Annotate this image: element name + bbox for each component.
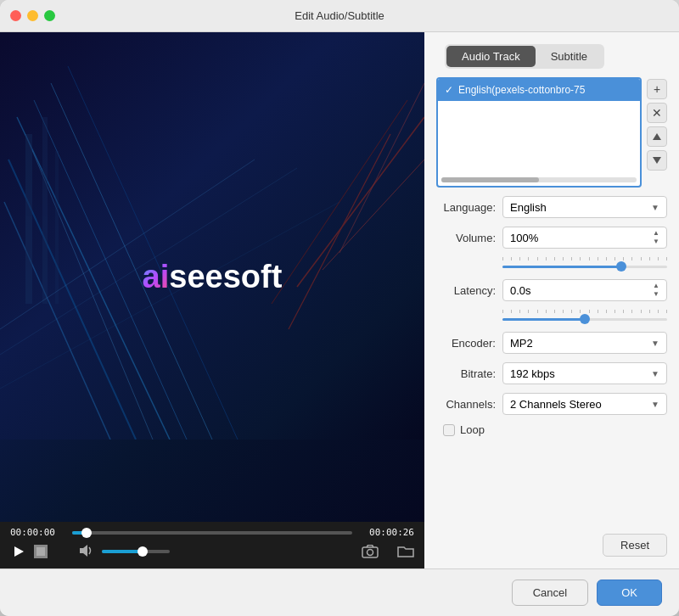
encoder-dropdown[interactable]: MP2 ▼ (502, 332, 667, 354)
channels-control: 2 Channels Stereo ▼ (502, 393, 667, 415)
svg-marker-24 (653, 133, 661, 140)
progress-thumb (81, 528, 92, 538)
volume-label: Volume: (436, 232, 496, 244)
bottom-bar: Cancel OK (0, 568, 679, 616)
track-item[interactable]: ✓ English(pexels-cottonbro-75 (438, 79, 640, 101)
volume-icon (80, 545, 95, 559)
video-area: ai seesoft (0, 32, 424, 522)
close-button[interactable] (10, 10, 21, 21)
cancel-button[interactable]: Cancel (512, 580, 588, 606)
channels-label: Channels: (436, 398, 496, 411)
volume-slider[interactable] (102, 550, 170, 553)
channels-arrow-icon: ▼ (651, 400, 659, 409)
volume-down-icon[interactable]: ▼ (653, 238, 659, 246)
minimize-button[interactable] (27, 10, 38, 21)
time-end: 00:00:26 (359, 527, 414, 538)
volume-thumb (137, 546, 148, 557)
logo-text: ai seesoft (143, 259, 283, 295)
latency-track (502, 318, 667, 321)
tabs: Audio Track Subtitle (445, 44, 604, 69)
svg-marker-19 (14, 546, 24, 557)
screenshot-button[interactable] (362, 545, 379, 558)
track-list-section: ✓ English(pexels-cottonbro-75 + ✕ (436, 77, 667, 188)
reset-row: Reset (436, 534, 667, 557)
volume-control: 100% ▲ ▼ (502, 227, 667, 249)
tab-subtitle[interactable]: Subtitle (536, 46, 603, 67)
svg-point-23 (368, 550, 373, 556)
volume-spinner[interactable]: 100% ▲ ▼ (502, 227, 667, 249)
traffic-lights (10, 10, 55, 21)
volume-track-fill (502, 266, 621, 268)
encoder-control: MP2 ▼ (502, 332, 667, 354)
volume-fill (102, 550, 143, 553)
bitrate-value: 192 kbps (510, 367, 555, 380)
loop-checkbox[interactable] (443, 424, 455, 436)
volume-slider-control[interactable] (502, 257, 667, 271)
time-start: 00:00:00 (10, 527, 65, 538)
volume-row: Volume: 100% ▲ ▼ (436, 227, 667, 249)
language-value: English (510, 201, 547, 214)
latency-control: 0.0s ▲ ▼ (502, 279, 667, 301)
language-control: English ▼ (502, 196, 667, 218)
remove-track-button[interactable]: ✕ (647, 103, 667, 123)
stop-button[interactable] (34, 545, 48, 558)
spacer (436, 445, 667, 525)
tab-audio-track[interactable]: Audio Track (446, 46, 536, 67)
svg-rect-8 (25, 134, 32, 304)
add-track-button[interactable]: + (647, 79, 667, 99)
right-panel: Audio Track Subtitle ✓ English(pexels-co… (424, 32, 679, 568)
track-list[interactable]: ✓ English(pexels-cottonbro-75 (436, 77, 642, 188)
track-list-inner: ✓ English(pexels-cottonbro-75 (438, 79, 640, 186)
scrollbar-thumb (441, 177, 539, 182)
language-dropdown[interactable]: English ▼ (502, 196, 667, 218)
volume-track-thumb[interactable] (616, 261, 626, 272)
reset-button[interactable]: Reset (603, 534, 667, 557)
move-up-button[interactable] (647, 126, 667, 147)
language-label: Language: (436, 201, 496, 214)
latency-track-fill (502, 318, 585, 321)
latency-up-icon[interactable]: ▲ (653, 282, 659, 290)
bitrate-arrow-icon: ▼ (651, 369, 659, 378)
track-scrollbar[interactable] (441, 177, 637, 182)
play-button[interactable] (10, 543, 27, 560)
latency-down-icon[interactable]: ▼ (653, 290, 659, 299)
svg-rect-9 (42, 117, 48, 304)
svg-marker-25 (653, 157, 661, 164)
volume-up-icon[interactable]: ▲ (653, 229, 659, 238)
video-logo: ai seesoft (143, 259, 283, 295)
folder-button[interactable] (397, 545, 414, 558)
channels-value: 2 Channels Stereo (510, 398, 602, 411)
volume-slider-row (502, 257, 667, 271)
track-side-buttons: + ✕ (647, 77, 667, 188)
latency-track-thumb[interactable] (580, 314, 590, 324)
encoder-value: MP2 (510, 337, 533, 350)
latency-slider-control[interactable] (502, 310, 667, 323)
progress-bar[interactable] (72, 531, 352, 535)
main-content: ai seesoft 00:00:00 00:00:26 (0, 32, 679, 568)
language-row: Language: English ▼ (436, 196, 667, 218)
svg-marker-21 (80, 545, 87, 557)
ok-button[interactable]: OK (597, 580, 662, 606)
latency-slider-row (502, 310, 667, 323)
svg-rect-20 (36, 547, 45, 556)
main-window: Edit Audio/Subtitle (0, 0, 679, 616)
logo-seesoft-text: seesoft (169, 259, 282, 295)
encoder-row: Encoder: MP2 ▼ (436, 332, 667, 354)
logo-ai-text: ai (143, 259, 170, 295)
video-controls: 00:00:00 00:00:26 (0, 522, 424, 568)
maximize-button[interactable] (44, 10, 55, 21)
bitrate-dropdown[interactable]: 192 kbps ▼ (502, 362, 667, 384)
window-title: Edit Audio/Subtitle (295, 9, 384, 22)
title-bar: Edit Audio/Subtitle (0, 0, 679, 32)
bitrate-control: 192 kbps ▼ (502, 362, 667, 384)
move-down-button[interactable] (647, 150, 667, 171)
latency-spinner[interactable]: 0.0s ▲ ▼ (502, 279, 667, 301)
latency-value: 0.0s (510, 284, 531, 297)
controls-row (10, 543, 414, 560)
video-panel: ai seesoft 00:00:00 00:00:26 (0, 32, 424, 568)
encoder-arrow-icon: ▼ (651, 339, 659, 348)
latency-row: Latency: 0.0s ▲ ▼ (436, 279, 667, 301)
bitrate-row: Bitrate: 192 kbps ▼ (436, 362, 667, 384)
channels-dropdown[interactable]: 2 Channels Stereo ▼ (502, 393, 667, 415)
volume-value: 100% (510, 232, 538, 244)
